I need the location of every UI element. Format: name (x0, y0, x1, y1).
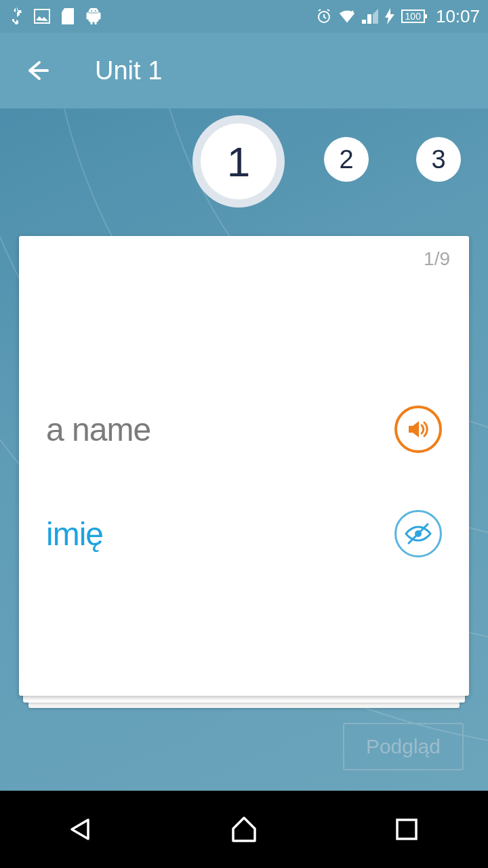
status-right: 100 10:07 (316, 6, 480, 27)
battery-level: 100 (405, 11, 421, 22)
back-button[interactable] (24, 57, 52, 84)
flashcard[interactable]: 1/9 a name imię (19, 236, 469, 696)
navigation-bar (0, 791, 488, 868)
main-area: 1 2 3 1/9 a name imię Podgląd (0, 108, 488, 791)
page-title: Unit 1 (95, 56, 162, 85)
speaker-icon (405, 416, 432, 443)
svg-point-2 (95, 10, 96, 12)
svg-point-1 (91, 10, 92, 12)
step-indicator: 1 2 3 (0, 108, 488, 199)
nav-back-button[interactable] (61, 809, 102, 850)
svg-rect-7 (397, 820, 416, 839)
sd-card-icon (60, 8, 76, 24)
status-time: 10:07 (436, 6, 480, 27)
status-bar: 100 10:07 (0, 0, 488, 33)
usb-icon (8, 8, 24, 24)
image-icon (34, 8, 50, 24)
svg-rect-0 (35, 9, 49, 23)
alarm-icon (316, 8, 332, 24)
signal-icon (362, 8, 378, 24)
step-1[interactable]: 1 (201, 123, 277, 199)
translation-row: imię (46, 510, 442, 557)
charging-icon (385, 8, 394, 24)
word-row: a name (46, 406, 442, 453)
nav-recent-button[interactable] (386, 809, 427, 850)
step-3[interactable]: 3 (416, 137, 461, 182)
wifi-icon (339, 8, 355, 24)
card-stack: 1/9 a name imię (19, 236, 469, 708)
hide-translation-button[interactable] (394, 510, 442, 557)
eye-slash-icon (403, 519, 433, 549)
word-text: a name (46, 411, 150, 448)
android-icon (85, 8, 102, 24)
battery-icon: 100 (401, 9, 425, 23)
play-audio-button[interactable] (394, 406, 442, 453)
app-bar: Unit 1 (0, 33, 488, 108)
status-left (8, 8, 102, 24)
preview-button[interactable]: Podgląd (343, 723, 464, 770)
card-counter: 1/9 (424, 248, 450, 270)
translation-text: imię (46, 515, 103, 553)
step-2[interactable]: 2 (324, 137, 369, 182)
nav-home-button[interactable] (224, 809, 264, 850)
